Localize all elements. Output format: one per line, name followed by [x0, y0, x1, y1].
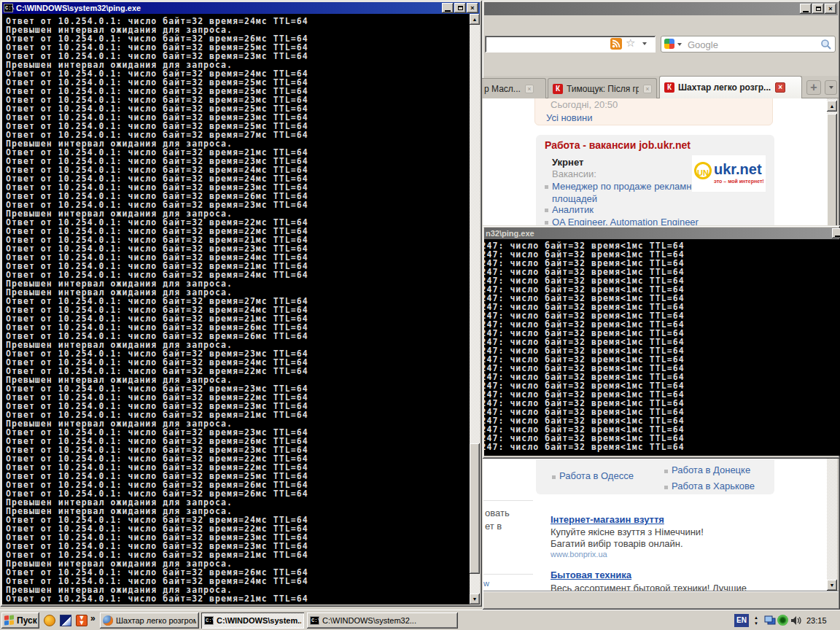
- browser-restore-button[interactable]: [812, 4, 824, 14]
- left-col-fragment: ет в: [485, 521, 502, 532]
- console-line: Ответ от 10.254.0.1: число байт=32 время…: [6, 594, 470, 603]
- scrollbar-thumb[interactable]: [470, 443, 480, 574]
- vacancy-link-1[interactable]: Менеджер по продаже рекламных площадей: [552, 180, 712, 205]
- tab-list-dropdown-button[interactable]: [825, 80, 837, 95]
- windows-flag-icon: [4, 615, 14, 626]
- tab-2[interactable]: К Тимощук: Після гри взя... ×: [548, 78, 657, 98]
- bookmarks-bar: [484, 55, 838, 76]
- taskbar-button-label: C:\WINDOWS\system32...: [322, 616, 416, 625]
- updown-arrows-icon[interactable]: ▲▼: [752, 615, 761, 626]
- search-box[interactable]: Google: [661, 36, 836, 52]
- search-input[interactable]: Google: [688, 39, 718, 50]
- bullet-icon: [545, 221, 548, 225]
- taskbar-button-console-2[interactable]: C:\WINDOWS\system32...: [307, 612, 458, 629]
- divider: [483, 500, 533, 501]
- right-console-minimize-button[interactable]: [832, 228, 840, 238]
- antivirus-icon[interactable]: [777, 615, 788, 626]
- network-icon[interactable]: [764, 615, 776, 627]
- console-line: Ответ от 10.254.0.247: число байт=32 вре…: [484, 443, 840, 451]
- orange-app-icon[interactable]: [44, 615, 55, 626]
- divider: [483, 574, 533, 575]
- address-bar[interactable]: ☆: [485, 36, 656, 52]
- job-company: Укрнет: [552, 157, 583, 168]
- scroll-down-icon[interactable]: ▼: [827, 580, 837, 591]
- right-console-titlebar[interactable]: n32\ping.exe: [484, 228, 838, 239]
- city-link-donetsk[interactable]: Работа в Донецке: [672, 464, 750, 475]
- bullet-icon: [664, 486, 668, 489]
- scroll-up-icon[interactable]: ▲: [827, 101, 837, 112]
- city-link-kharkov[interactable]: Работа в Харькове: [672, 481, 755, 491]
- download-manager-icon[interactable]: ▼▼: [76, 615, 88, 626]
- ad-body-appliances: Весь ассортимент бытовой техники! Лучшие: [551, 583, 747, 591]
- bullet-icon: [664, 470, 668, 473]
- city-link-odessa[interactable]: Работа в Одессе: [559, 470, 634, 481]
- clock[interactable]: 23:15: [806, 616, 837, 625]
- new-tab-button[interactable]: +: [806, 80, 821, 95]
- browser-close-button[interactable]: ×: [825, 4, 836, 14]
- taskbar-button-label: Шахтар легко розгром...: [116, 616, 196, 625]
- taskbar-button-firefox[interactable]: Шахтар легко розгром...: [100, 612, 199, 629]
- browser-menubar: [484, 17, 838, 33]
- bullet-icon: [552, 475, 556, 479]
- scroll-down-icon[interactable]: ▼: [470, 594, 480, 604]
- taskbar: Пуск ▼▼ » Шахтар легко розгром... C:\WIN…: [0, 610, 840, 630]
- console-window-left: C:\WINDOWS\system32\ping.exe × Ответ от …: [0, 0, 482, 607]
- left-console-close-button[interactable]: ×: [467, 3, 478, 13]
- address-dropdown-icon[interactable]: [642, 42, 647, 45]
- tab-1[interactable]: р Масл... ×: [482, 78, 546, 98]
- console-icon: [4, 4, 13, 12]
- tab-3-label: Шахтар легко розгр...: [678, 82, 771, 93]
- ad-title-shoes[interactable]: Інтернет-магазин взуття: [551, 514, 664, 525]
- browser-navbar: ☆ Google: [484, 33, 838, 55]
- left-console-restore-button[interactable]: [454, 3, 466, 13]
- start-button[interactable]: Пуск: [1, 612, 39, 629]
- rss-icon[interactable]: [610, 38, 622, 52]
- all-news-link[interactable]: Усі новини: [546, 112, 592, 123]
- taskbar-button-console-active[interactable]: C:\WINDOWS\system...: [201, 612, 304, 629]
- console-window-right: n32\ping.exe Ответ от 10.254.0.247: числ…: [482, 225, 840, 459]
- ad-url-shoes[interactable]: www.bonprix.ua: [551, 550, 607, 559]
- browser-statusbar: [483, 591, 839, 608]
- left-console-output: Ответ от 10.254.0.1: число байт=32 время…: [2, 14, 470, 604]
- browser-minimize-button[interactable]: [800, 4, 812, 14]
- tab-3-close-icon[interactable]: ×: [775, 82, 785, 93]
- bullet-icon: [545, 209, 548, 212]
- scroll-up-icon[interactable]: ▲: [470, 14, 480, 25]
- ukrnet-circle-icon: UN: [694, 162, 712, 179]
- google-engine-icon[interactable]: [664, 39, 674, 49]
- ukrnet-logo[interactable]: UN ukr.net это – мой интернет!: [692, 155, 766, 192]
- left-console-title: C:\WINDOWS\system32\ping.exe: [16, 4, 141, 12]
- quick-launch-overflow-chevron[interactable]: »: [90, 613, 96, 623]
- chevron-down-icon: [829, 86, 833, 89]
- tab-1-close-icon[interactable]: ×: [525, 85, 534, 93]
- tab-3-active[interactable]: К Шахтар легко розгр... ×: [659, 76, 802, 98]
- scrollbar-thumb[interactable]: [827, 114, 837, 228]
- browser-titlebar[interactable]: ×: [484, 2, 838, 15]
- console-icon: [204, 616, 214, 625]
- news-time: Сьогодні, 20:50: [551, 99, 618, 110]
- ad-title-appliances[interactable]: Бытовая техника: [551, 569, 631, 580]
- tab-2-close-icon[interactable]: ×: [643, 85, 652, 93]
- job-heading: Работа - вакансии job.ukr.net: [545, 139, 691, 151]
- tab-bar: р Масл... × К Тимощук: Після гри взя... …: [483, 76, 839, 98]
- console-icon: [310, 616, 319, 625]
- left-console-minimize-button[interactable]: [442, 3, 454, 13]
- left-console-titlebar[interactable]: C:\WINDOWS\system32\ping.exe ×: [2, 2, 480, 14]
- site-favicon-icon: К: [664, 82, 674, 93]
- right-console-title: n32\ping.exe: [486, 229, 534, 238]
- bullet-icon: [545, 185, 548, 189]
- left-col-fragment: w: [483, 579, 489, 588]
- language-indicator[interactable]: EN: [734, 614, 749, 627]
- blue-app-icon[interactable]: [60, 615, 71, 626]
- vacancy-link-2[interactable]: Аналитик: [552, 204, 594, 215]
- console-scrollbar[interactable]: ▲ ▼: [470, 14, 480, 604]
- volume-icon[interactable]: [790, 615, 802, 627]
- search-go-icon[interactable]: [820, 39, 832, 53]
- site-favicon-icon: К: [553, 84, 563, 94]
- firefox-icon: [103, 615, 113, 626]
- search-engine-dropdown-icon[interactable]: [677, 43, 682, 46]
- right-console-output: Ответ от 10.254.0.247: число байт=32 вре…: [484, 239, 840, 456]
- bookmark-star-icon[interactable]: ☆: [626, 36, 635, 50]
- ad-body-shoes: Купуйте якісне взуття з Німеччини! Багат…: [551, 526, 739, 550]
- ukrnet-logo-text: ukr.net: [714, 161, 762, 178]
